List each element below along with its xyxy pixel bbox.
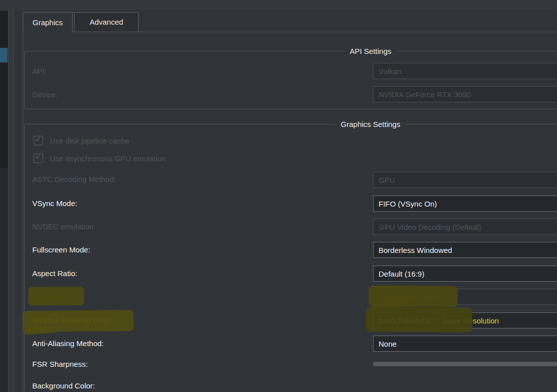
aspect-ratio-dropdown[interactable]: Default (16:9) <box>373 266 557 282</box>
checkbox-box: ✓ <box>33 153 43 163</box>
api-settings-group: API Settings API: Vulkan Device: NVIDIA … <box>24 51 557 109</box>
fsr-sharpness-label: FSR Sharpness: <box>32 359 88 369</box>
tab-graphics[interactable]: Graphics <box>23 12 73 32</box>
api-settings-title: API Settings <box>345 46 397 56</box>
async-gpu-emulation-checkbox[interactable]: ✓ Use asynchronous GPU emulation <box>33 153 166 163</box>
sidebar-border <box>8 11 9 392</box>
disk-pipeline-cache-label: Use disk pipeline cache <box>50 137 130 145</box>
check-icon: ✓ <box>35 135 41 144</box>
device-label: Device: <box>32 90 57 100</box>
graphics-settings-group: Graphics Settings ✓ Use disk pipeline ca… <box>24 124 557 392</box>
tab-advanced[interactable]: Advanced <box>74 12 139 31</box>
highlight-marker-resolution-label <box>28 287 84 306</box>
aspect-ratio-value: Default (16:9) <box>379 270 424 278</box>
api-dropdown[interactable]: Vulkan <box>373 63 557 79</box>
disk-pipeline-cache-checkbox[interactable]: ✓ Use disk pipeline cache <box>33 136 130 146</box>
highlight-marker-filter-value <box>366 307 472 332</box>
tab-graphics-label: Graphics <box>32 18 63 27</box>
nvdec-emulation-label: NVDEC emulation: <box>32 222 96 232</box>
device-dropdown[interactable]: NVIDIA GeForce RTX 3090 <box>373 86 557 102</box>
api-dropdown-value: Vulkan <box>379 67 401 76</box>
fullscreen-mode-label: Fullscreen Mode: <box>32 245 90 255</box>
fullscreen-mode-value: Borderless Windowed <box>379 246 452 254</box>
aspect-ratio-label: Aspect Ratio: <box>32 269 77 279</box>
api-label: API: <box>32 67 46 77</box>
background-color-label: Background Color: <box>32 381 95 391</box>
nvdec-emulation-value: GPU Video Decoding (Default) <box>379 223 481 231</box>
checkbox-box: ✓ <box>33 136 43 146</box>
device-dropdown-value: NVIDIA GeForce RTX 3090 <box>379 90 471 99</box>
fullscreen-mode-dropdown[interactable]: Borderless Windowed <box>373 242 557 258</box>
tab-advanced-label: Advanced <box>90 18 123 26</box>
anti-aliasing-label: Anti-Aliasing Method: <box>32 339 104 349</box>
astc-decoding-label: ASTC Decoding Method: <box>32 174 116 184</box>
category-list-selected-item[interactable] <box>0 48 8 62</box>
astc-decoding-dropdown[interactable]: GPU <box>373 172 557 188</box>
anti-aliasing-value: None <box>379 340 397 348</box>
vsync-mode-label: VSync Mode: <box>32 199 77 209</box>
check-icon: ✓ <box>35 152 41 162</box>
graphics-settings-title: Graphics Settings <box>336 119 405 129</box>
anti-aliasing-dropdown[interactable]: None <box>373 336 557 352</box>
vsync-mode-dropdown[interactable]: FIFO (VSync On) <box>373 195 557 212</box>
graphics-config-window: Graphics Advanced API Settings API: Vulk… <box>0 0 557 392</box>
vsync-mode-value: FIFO (VSync On) <box>379 200 437 208</box>
dialog-left-border <box>13 11 14 392</box>
fsr-sharpness-slider[interactable] <box>373 362 557 366</box>
astc-decoding-value: GPU <box>379 176 395 184</box>
nvdec-emulation-dropdown[interactable]: GPU Video Decoding (Default) <box>373 219 557 235</box>
category-list <box>0 11 8 168</box>
async-gpu-emulation-label: Use asynchronous GPU emulation <box>50 154 166 163</box>
